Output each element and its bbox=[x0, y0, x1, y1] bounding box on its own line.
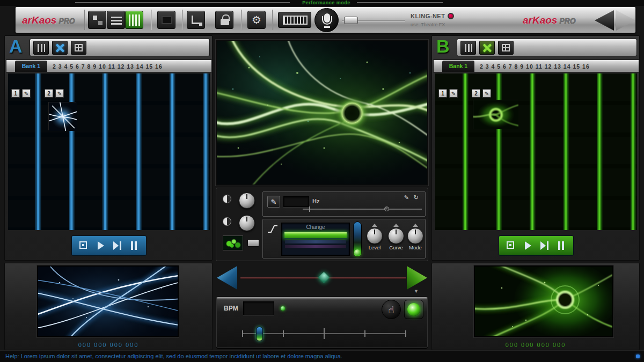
level-knob-unit: Level bbox=[363, 224, 386, 250]
mixer-view-button[interactable] bbox=[107, 11, 125, 29]
play-button[interactable] bbox=[521, 239, 534, 252]
deck-b-clip-grid[interactable]: 1 ✎ 2 ✎ bbox=[435, 73, 637, 230]
collapse-caret-icon[interactable]: ▼ bbox=[414, 289, 419, 294]
fx-fader-handle[interactable] bbox=[354, 249, 361, 256]
deck-b-shuffle-button[interactable] bbox=[479, 41, 495, 55]
brightness-knob[interactable] bbox=[239, 193, 255, 209]
mode-knob[interactable] bbox=[407, 228, 423, 244]
deck-a-bars-button[interactable] bbox=[33, 41, 49, 55]
hand-tap-icon: ☝ bbox=[389, 305, 394, 315]
tempo-slider[interactable] bbox=[242, 333, 406, 334]
preset-arrow-icon[interactable] bbox=[393, 224, 399, 227]
deck-a-active-clip-thumbnail[interactable] bbox=[48, 102, 76, 130]
lock-icon bbox=[221, 14, 229, 26]
output-screen-button[interactable] bbox=[157, 11, 175, 29]
clip-2-badge: 2 ✎ bbox=[472, 89, 491, 98]
clip-edit-button[interactable]: ✎ bbox=[449, 89, 458, 98]
spectrum-bars-icon bbox=[129, 14, 141, 26]
step-icon bbox=[113, 241, 119, 250]
clip-number-badge[interactable]: 1 bbox=[438, 89, 447, 98]
top-title-strip: Performance mode bbox=[0, 0, 644, 6]
deck-b-bank-tab[interactable]: Bank 1 bbox=[442, 61, 474, 72]
deck-a-bank-numbers[interactable]: 2 3 4 5 6 7 8 9 10 11 12 13 14 15 16 bbox=[53, 60, 163, 73]
routing-button[interactable] bbox=[187, 11, 205, 29]
audio-input-button[interactable] bbox=[314, 8, 339, 32]
next-arrow-button[interactable] bbox=[616, 10, 635, 31]
refresh-icon[interactable]: ↻ bbox=[414, 194, 419, 201]
green-ring-thumb-image bbox=[473, 100, 518, 129]
green-fractal-preview-image bbox=[217, 41, 427, 184]
deck-a-shuffle-button[interactable] bbox=[52, 41, 68, 55]
sync-button[interactable] bbox=[404, 300, 423, 319]
crossfader-track[interactable] bbox=[240, 277, 406, 279]
lock-button[interactable] bbox=[215, 11, 233, 29]
deck-a-bank-bar: Bank 1 2 3 4 5 6 7 8 9 10 11 12 13 14 15… bbox=[6, 60, 212, 72]
bpm-lcd bbox=[243, 301, 274, 315]
fx-vertical-fader[interactable] bbox=[353, 221, 362, 257]
deck-a-grid-button[interactable] bbox=[71, 41, 86, 55]
audio-mode-button[interactable] bbox=[247, 239, 259, 247]
play-button[interactable] bbox=[94, 239, 107, 252]
blue-fractal-preview-image bbox=[38, 267, 178, 336]
deck-a-bank-tab[interactable]: Bank 1 bbox=[15, 61, 47, 72]
routing-icon bbox=[192, 16, 201, 24]
deck-b-preview-panel: 000 000 000 000 bbox=[431, 263, 640, 350]
clip-number-badge[interactable]: 2 bbox=[472, 89, 480, 98]
play-next-button[interactable] bbox=[111, 239, 124, 252]
contrast-knob[interactable] bbox=[239, 215, 255, 231]
audio-activity-display bbox=[223, 235, 243, 250]
frequency-slider[interactable] bbox=[303, 209, 422, 210]
settings-button[interactable]: ⚙ bbox=[247, 11, 266, 29]
deck-a-preview-monitor bbox=[37, 265, 179, 337]
grid-icon bbox=[502, 44, 510, 51]
mode-knob-unit: Mode bbox=[404, 224, 427, 250]
audio-gain-handle[interactable] bbox=[344, 17, 358, 24]
edit-icon: ✎ bbox=[271, 198, 277, 206]
preset-arrow-icon[interactable] bbox=[413, 224, 418, 227]
app-window: Performance mode arKaosPRO ⚙ KLING-NET u bbox=[0, 0, 644, 362]
fade-to-a-button[interactable] bbox=[217, 266, 237, 290]
browser-view-button[interactable] bbox=[88, 11, 106, 29]
previous-arrow-button[interactable] bbox=[595, 10, 614, 31]
level-knob[interactable] bbox=[367, 228, 383, 244]
main-output-preview bbox=[216, 40, 428, 186]
shuffle-icon bbox=[482, 43, 492, 53]
edit-icon[interactable]: ✎ bbox=[404, 194, 409, 201]
pause-button[interactable] bbox=[555, 239, 568, 252]
performance-view-button[interactable] bbox=[125, 11, 143, 29]
clip-number-badge[interactable]: 1 bbox=[11, 89, 20, 98]
play-next-button[interactable] bbox=[538, 239, 551, 252]
tempo-slider-handle[interactable] bbox=[256, 327, 263, 341]
curve-shape-icon bbox=[267, 225, 278, 233]
tap-tempo-button[interactable]: ☝ bbox=[382, 300, 401, 319]
pause-button[interactable] bbox=[128, 239, 141, 252]
frequency-slider-handle[interactable] bbox=[384, 206, 389, 211]
brightness-icon bbox=[223, 195, 231, 203]
clip-number-badge[interactable]: 2 bbox=[45, 89, 53, 98]
bars-icon bbox=[38, 44, 45, 52]
cell-icon bbox=[79, 241, 87, 249]
deck-b-active-clip-thumbnail[interactable] bbox=[473, 100, 518, 129]
fade-to-b-button[interactable] bbox=[407, 266, 427, 290]
mode-label: Mode bbox=[404, 245, 427, 250]
deck-b-bank-numbers[interactable]: 2 3 4 5 6 7 8 9 10 11 12 13 14 15 16 bbox=[480, 60, 590, 73]
deck-a-clip-grid[interactable]: 1 ✎ 2 ✎ bbox=[8, 73, 210, 230]
crossfader-handle[interactable] bbox=[318, 272, 330, 283]
cell-trigger-button[interactable] bbox=[77, 239, 90, 252]
frequency-edit-button[interactable]: ✎ bbox=[267, 196, 280, 208]
deck-b-panel: B Bank 1 2 3 4 5 6 7 8 9 10 11 12 13 14 … bbox=[431, 35, 640, 261]
midi-keyboard-button[interactable] bbox=[278, 12, 311, 28]
curve-knob[interactable] bbox=[388, 228, 404, 244]
deck-b-bars-button[interactable] bbox=[460, 41, 476, 55]
preset-arrow-icon[interactable] bbox=[372, 224, 377, 227]
cell-trigger-button[interactable] bbox=[504, 239, 517, 252]
layout-icon bbox=[93, 16, 103, 25]
clip-edit-button[interactable]: ✎ bbox=[22, 89, 31, 98]
clip-edit-button[interactable]: ✎ bbox=[482, 89, 491, 98]
klingnet-subtitle: use: Theatre FX bbox=[411, 22, 491, 27]
deck-b-grid-button[interactable] bbox=[498, 41, 514, 55]
clip-edit-button[interactable]: ✎ bbox=[55, 89, 64, 98]
crossfader-section: ▼ bbox=[216, 264, 428, 294]
step-icon bbox=[540, 241, 546, 250]
audio-gain-slider[interactable] bbox=[342, 20, 405, 21]
